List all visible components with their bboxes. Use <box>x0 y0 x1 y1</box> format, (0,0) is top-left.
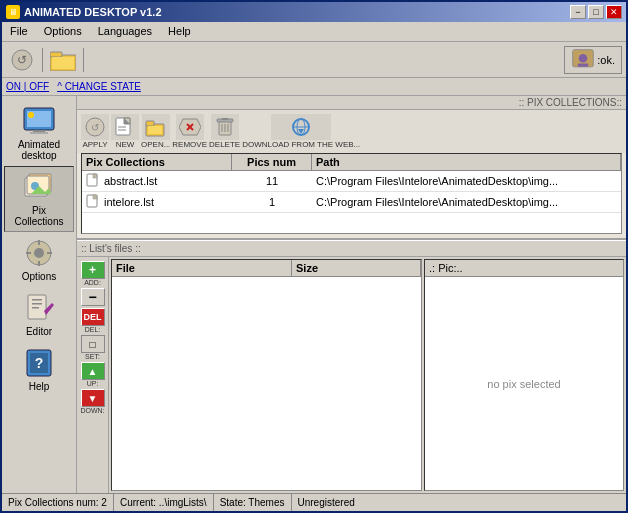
row2-icon <box>82 193 100 211</box>
remove-button[interactable] <box>176 114 204 140</box>
svg-rect-27 <box>32 307 39 309</box>
status-registration: Unregistered <box>292 494 627 511</box>
delete-button[interactable] <box>211 114 239 140</box>
table-row[interactable]: abstract.lst 11 C:\Program Files\Intelor… <box>82 171 621 192</box>
toolbar-separator-2 <box>83 48 84 72</box>
up-button[interactable]: ▲ UP: <box>80 362 106 387</box>
ok-button[interactable]: :ok. <box>564 46 622 74</box>
svg-rect-4 <box>52 57 74 69</box>
file-list[interactable]: File Size <box>111 259 422 491</box>
open-button[interactable] <box>142 114 170 140</box>
right-panel: :: PIX COLLECTIONS:: ↺ APPLY <box>77 96 626 493</box>
svg-point-19 <box>34 248 44 258</box>
svg-rect-3 <box>50 52 62 57</box>
sidebar-item-editor[interactable]: Editor <box>4 287 74 342</box>
pic-preview: .: Pic:.. no pix selected <box>424 259 624 491</box>
menu-languages[interactable]: Languages <box>90 24 160 39</box>
add-icon: + <box>81 261 105 279</box>
state-bar: ON | OFF ^ CHANGE STATE <box>2 78 626 96</box>
svg-rect-41 <box>148 126 162 134</box>
svg-text:?: ? <box>35 355 44 371</box>
set-icon: □ <box>81 335 105 353</box>
action-buttons: + ADD: − DEL DEL: □ SET <box>77 257 109 493</box>
svg-text:↺: ↺ <box>17 53 27 67</box>
pic-content: no pix selected <box>425 277 623 490</box>
close-button[interactable]: ✕ <box>606 5 622 19</box>
menu-help[interactable]: Help <box>160 24 199 39</box>
sidebar-item-help[interactable]: ? Help <box>4 342 74 397</box>
ok-label: :ok. <box>597 54 615 66</box>
svg-rect-21 <box>38 261 40 266</box>
title-buttons: − □ ✕ <box>570 5 622 19</box>
svg-marker-58 <box>93 195 97 199</box>
row2-path: C:\Program Files\Intelore\AnimatedDeskto… <box>312 195 621 209</box>
new-button[interactable] <box>111 114 139 140</box>
minus-icon: − <box>81 288 105 306</box>
change-state-button[interactable]: ^ CHANGE STATE <box>57 81 141 92</box>
col-header-path: Path <box>312 154 621 170</box>
svg-rect-7 <box>578 63 588 66</box>
main-content: Animateddesktop Pix Collections <box>2 96 626 493</box>
row1-pics: 11 <box>232 174 312 188</box>
file-col-header: File <box>112 260 292 276</box>
set-button[interactable]: □ SET: <box>80 335 106 360</box>
editor-icon <box>23 292 55 324</box>
help-icon: ? <box>23 347 55 379</box>
down-button[interactable]: ▼ DOWN: <box>80 389 106 414</box>
sidebar-item-animated-desktop[interactable]: Animateddesktop <box>4 100 74 166</box>
sidebar-item-pix-collections[interactable]: Pix Collections <box>4 166 74 232</box>
svg-rect-47 <box>222 118 228 120</box>
del-button[interactable]: DEL DEL: <box>80 308 106 333</box>
svg-rect-26 <box>32 303 42 305</box>
set-label: SET: <box>85 353 100 360</box>
row2-name: intelore.lst <box>100 195 232 209</box>
on-off-button[interactable]: ON | OFF <box>6 81 49 92</box>
row2-pics: 1 <box>232 195 312 209</box>
collections-table: Pix Collections Pics num Path abstract.l… <box>81 153 622 234</box>
remove-btn-container: REMOVE <box>172 114 207 149</box>
sidebar-item-options[interactable]: Options <box>4 232 74 287</box>
svg-point-12 <box>28 112 34 118</box>
listfiles-header: :: List's files :: <box>77 240 626 257</box>
svg-text:↺: ↺ <box>91 122 99 133</box>
col-header-pics: Pics num <box>232 154 312 170</box>
pix-collections-icon <box>23 171 55 203</box>
svg-rect-25 <box>32 299 42 301</box>
sidebar-label-help: Help <box>29 381 50 392</box>
svg-marker-56 <box>93 174 97 178</box>
add-button[interactable]: + ADD: <box>80 261 106 286</box>
apply-button[interactable]: ↺ <box>81 114 109 140</box>
svg-point-6 <box>579 54 588 63</box>
minimize-button[interactable]: − <box>570 5 586 19</box>
toolbar: ↺ :ok. <box>2 42 626 78</box>
download-button[interactable] <box>271 114 331 140</box>
minus-button[interactable]: − <box>80 288 106 306</box>
menu-file[interactable]: File <box>2 24 36 39</box>
size-col-header: Size <box>292 260 421 276</box>
svg-rect-22 <box>26 252 31 254</box>
ok-icon <box>571 48 595 72</box>
options-icon <box>23 237 55 269</box>
status-bar: Pix Collections num: 2 Current: ..\imgLi… <box>2 493 626 511</box>
table-row[interactable]: intelore.lst 1 C:\Program Files\Intelore… <box>82 192 621 213</box>
file-list-header: File Size <box>112 260 421 277</box>
del-label: DEL: <box>85 326 101 333</box>
row1-name: abstract.lst <box>100 174 232 188</box>
svg-rect-20 <box>38 240 40 245</box>
status-state: State: Themes <box>214 494 292 511</box>
down-label: DOWN: <box>80 407 104 414</box>
main-window: 🖥 ANIMATED DESKTOP v1.2 − □ ✕ File Optio… <box>0 0 628 513</box>
menu-options[interactable]: Options <box>36 24 90 39</box>
sidebar-label-animated-desktop: Animateddesktop <box>18 139 60 161</box>
folder-button[interactable] <box>47 45 79 75</box>
listfiles-panel: :: List's files :: + ADD: − DEL <box>77 240 626 493</box>
maximize-button[interactable]: □ <box>588 5 604 19</box>
back-button[interactable]: ↺ <box>6 45 38 75</box>
coll-toolbar: ↺ APPLY <box>77 110 626 153</box>
download-btn-container: DOWNLOAD FROM THE WEB... <box>242 114 360 149</box>
row1-icon <box>82 172 100 190</box>
sidebar-label-editor: Editor <box>26 326 52 337</box>
table-empty-space <box>82 213 621 233</box>
window-title: ANIMATED DESKTOP v1.2 <box>24 6 162 18</box>
delete-btn-container: DELETE <box>209 114 240 149</box>
